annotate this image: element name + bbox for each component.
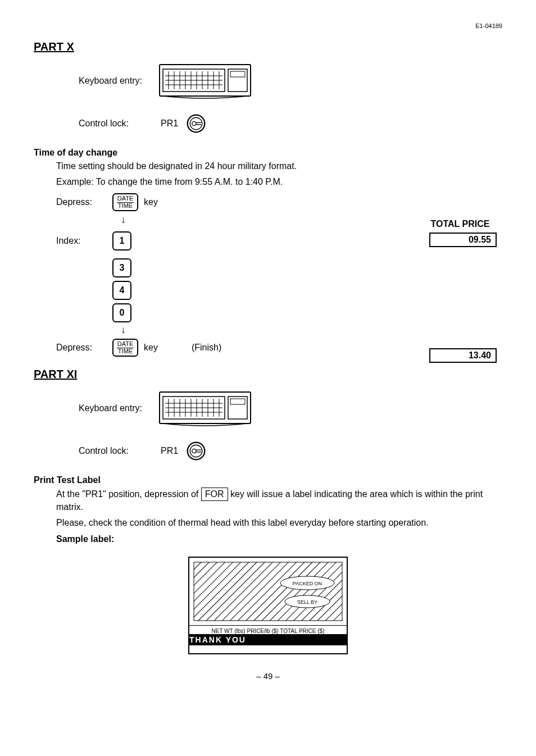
part-xi-heading: PART XI <box>34 368 502 381</box>
svg-rect-24 <box>228 397 247 419</box>
print-test-line2: Please, check the condition of thermal h… <box>56 517 502 529</box>
hatched-area: PACKED ON SELL BY <box>189 558 347 625</box>
total-price-heading: TOTAL PRICE <box>424 219 497 229</box>
key-3: 3 <box>112 258 131 277</box>
display-value-2: 13.40 <box>429 348 497 363</box>
keyboard-entry-row-xi: Keyboard entry: <box>79 389 502 428</box>
depress-label-2: Depress: <box>56 343 112 353</box>
key-lock-icon <box>186 113 206 134</box>
svg-rect-3 <box>230 71 245 77</box>
time-change-heading: Time of day change <box>34 148 502 158</box>
date-time-key: DATE TIME <box>112 193 138 211</box>
time-change-line1: Time setting should be designated in 24 … <box>56 160 502 172</box>
page-number: – 49 – <box>34 671 502 681</box>
keyboard-entry-label: Keyboard entry: <box>79 76 157 86</box>
total-price-column: TOTAL PRICE 09.55 <box>424 219 497 247</box>
svg-text:SELL BY: SELL BY <box>297 599 317 605</box>
arrow-down-icon-2: ↓ <box>121 326 502 334</box>
finish-label: (Finish) <box>192 343 221 353</box>
svg-rect-45 <box>194 562 342 621</box>
key-4: 4 <box>112 281 131 300</box>
svg-text:PACKED ON: PACKED ON <box>293 581 322 586</box>
keyboard-entry-label-xi: Keyboard entry: <box>79 403 157 413</box>
key-0: 0 <box>112 303 131 322</box>
control-lock-value: PR1 <box>161 119 178 129</box>
control-lock-row-xi: Control lock: PR1 <box>79 436 502 466</box>
control-lock-label: Control lock: <box>79 119 157 129</box>
depress-label: Depress: <box>56 197 112 207</box>
key-1: 1 <box>112 231 131 251</box>
time-change-line2: Example: To change the time from 9:55 A.… <box>56 176 502 188</box>
control-lock-label-xi: Control lock: <box>79 446 157 456</box>
document-id: E1-04189 <box>34 22 502 29</box>
part-x-heading: PART X <box>34 40 502 53</box>
thank-you-bar: THANK YOU <box>189 634 347 645</box>
svg-point-41 <box>192 449 196 453</box>
print-test-heading: Print Test Label <box>34 475 502 485</box>
sample-label: PACKED ON SELL BY NET WT (lbs) PRICE/lb … <box>188 557 348 654</box>
key-lock-icon-2 <box>186 441 206 461</box>
svg-rect-25 <box>230 399 245 404</box>
for-key: FOR <box>201 488 228 501</box>
keyboard-entry-row-x: Keyboard entry: <box>79 61 502 101</box>
index-label: Index: <box>56 236 112 246</box>
control-lock-value-xi: PR1 <box>161 446 178 456</box>
label-footer-fields: NET WT (lbs) PRICE/lb ($) TOTAL PRICE ($… <box>189 625 347 634</box>
scale-keyboard-icon-2 <box>157 389 253 428</box>
svg-point-19 <box>192 121 196 125</box>
display-value-1: 09.55 <box>429 233 497 247</box>
control-lock-row-x: Control lock: PR1 <box>79 108 502 139</box>
depress-row-1: Depress: DATE TIME key <box>56 193 502 211</box>
key-text: key <box>144 197 158 207</box>
key-text-2: key <box>144 343 158 353</box>
scale-keyboard-icon <box>157 61 253 101</box>
print-test-line1: At the "PR1" position, depression of FOR… <box>56 488 502 514</box>
svg-rect-2 <box>228 69 247 92</box>
sample-label-heading: Sample label: <box>56 533 502 545</box>
date-time-key-2: DATE TIME <box>112 339 138 357</box>
